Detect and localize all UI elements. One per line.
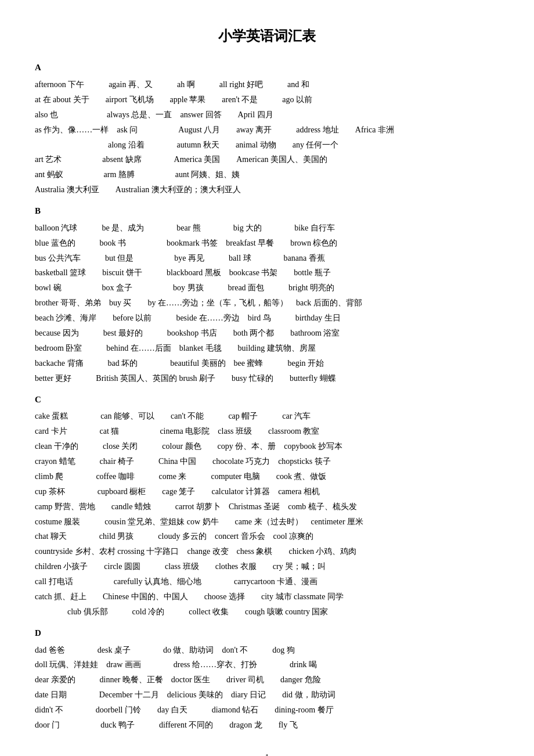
vocab-line: beach 沙滩、海岸 before 以前 beside 在……旁边 bird … <box>35 311 499 326</box>
vocab-line: climb 爬 coffee 咖啡 come 来 computer 电脑 coo… <box>35 469 499 484</box>
vocab-line: card 卡片 cat 猫 cinema 电影院 class 班级 classr… <box>35 424 499 439</box>
vocab-line: camp 野营、营地 candle 蜡烛 carrot 胡萝卜 Christma… <box>35 499 499 514</box>
vocab-line: chat 聊天 child 男孩 cloudy 多云的 concert 音乐会 … <box>35 529 499 544</box>
vocab-line: crayon 蜡笔 chair 椅子 China 中国 chocolate 巧克… <box>35 454 499 469</box>
vocab-line: catch 抓、赶上 Chinese 中国的、中国人 choose 选择 cit… <box>35 589 499 604</box>
vocab-line: cup 茶杯 cupboard 橱柜 cage 笼子 calculator 计算… <box>35 484 499 499</box>
vocab-line: because 因为 best 最好的 bookshop 书店 both 两个都… <box>35 326 499 341</box>
vocab-line: backache 背痛 bad 坏的 beautiful 美丽的 bee 蜜蜂 … <box>35 356 499 371</box>
vocab-line: countryside 乡村、农村 crossing 十字路口 change 改… <box>35 544 499 559</box>
vocab-line: door 门 duck 鸭子 different 不同的 dragon 龙 fl… <box>35 718 499 733</box>
section-letter-a: A <box>35 60 499 76</box>
vocab-line: also 也 always 总是、一直 answer 回答 April 四月 <box>35 107 499 123</box>
vocab-line: at 在 about 关于 airport 飞机场 apple 苹果 aren'… <box>35 92 499 107</box>
vocab-line: afternoon 下午 again 再、又 ah 啊 all right 好吧… <box>35 77 499 92</box>
vocab-line: Australia 澳大利亚 Australian 澳大利亚的；澳大利亚人 <box>35 182 499 197</box>
vocab-line: date 日期 December 十二月 delicious 美味的 diary… <box>35 687 499 703</box>
vocab-content: Aafternoon 下午 again 再、又 ah 啊 all right 好… <box>35 60 499 733</box>
vocab-line: ant 蚂蚁 arm 胳膊 aunt 阿姨、姐、姨 <box>35 167 499 182</box>
vocab-line: dad 爸爸 desk 桌子 do 做、助动词 don't 不 dog 狗 <box>35 643 499 658</box>
section-letter-c: C <box>35 392 499 408</box>
vocab-line: as 作为、像……一样 ask 问 August 八月 away 离开 addr… <box>35 123 499 138</box>
page-title: 小学英语词汇表 <box>35 23 499 48</box>
vocab-line: better 更好 British 英国人、英国的 brush 刷子 busy … <box>35 371 499 386</box>
vocab-line: art 艺术 absent 缺席 America 美国 American 美国人… <box>35 152 499 167</box>
vocab-line: doll 玩偶、洋娃娃 draw 画画 dress 给……穿衣、打扮 drink… <box>35 657 499 672</box>
section-letter-b: B <box>35 203 499 219</box>
vocab-line: call 打电话 carefully 认真地、细心地 carrycartoon … <box>35 574 499 589</box>
vocab-line: bus 公共汽车 but 但是 bye 再见 ball 球 banana 香蕉 <box>35 251 499 266</box>
vocab-line: club 俱乐部 cold 冷的 collect 收集 cough 咳嗽 cou… <box>35 604 499 620</box>
vocab-line: balloon 汽球 be 是、成为 bear 熊 big 大的 bike 自行… <box>35 221 499 236</box>
vocab-line: along 沿着 autumn 秋天 animal 动物 any 任何一个 <box>35 138 499 153</box>
vocab-line: didn't 不 doorbell 门铃 day 白天 diamond 钻石 d… <box>35 703 499 718</box>
vocab-line: blue 蓝色的 book 书 bookmark 书签 breakfast 早餐… <box>35 236 499 251</box>
vocab-line: bedroom 卧室 behind 在……后面 blanket 毛毯 build… <box>35 341 499 356</box>
vocab-line: basketball 篮球 biscuit 饼干 blackboard 黑板 b… <box>35 265 499 280</box>
page-number: - 1 - <box>35 750 499 756</box>
vocab-line: clean 干净的 close 关闭 colour 颜色 copy 份、本、册 … <box>35 439 499 454</box>
vocab-line: bowl 碗 box 盒子 boy 男孩 bread 面包 bright 明亮的 <box>35 280 499 296</box>
vocab-line: brother 哥哥、弟弟 buy 买 by 在……旁边；坐（车，飞机，船等） … <box>35 296 499 311</box>
vocab-line: cake 蛋糕 can 能够、可以 can't 不能 cap 帽子 car 汽车 <box>35 409 499 424</box>
vocab-line: costume 服装 cousin 堂兄弟、堂姐妹 cow 奶牛 came 来（… <box>35 514 499 530</box>
vocab-line: dear 亲爱的 dinner 晚餐、正餐 doctor 医生 driver 司… <box>35 672 499 687</box>
section-letter-d: D <box>35 625 499 642</box>
vocab-line: children 小孩子 circle 圆圆 class 班级 clothes … <box>35 559 499 574</box>
